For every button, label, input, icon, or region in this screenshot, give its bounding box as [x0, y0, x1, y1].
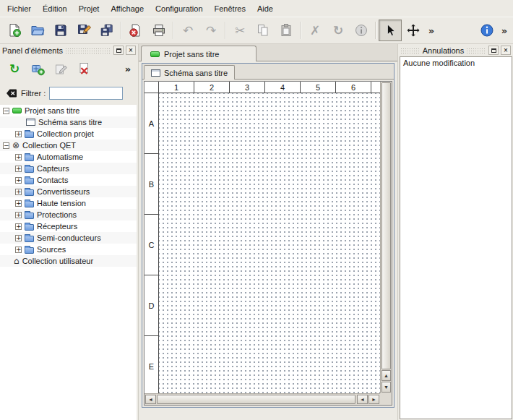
undo-dock: Annulations × Aucune modification	[397, 44, 513, 420]
toolbar-overflow-button-right[interactable]: »	[499, 20, 510, 41]
new-element-icon	[31, 62, 45, 76]
refresh-icon: ↻	[9, 63, 20, 75]
expander-plus-icon[interactable]: +	[15, 235, 22, 241]
project-tab[interactable]: Projet sans titre	[141, 46, 256, 61]
move-tool-button[interactable]	[402, 20, 425, 41]
undo-dock-titlebar[interactable]: Annulations ×	[398, 44, 513, 56]
tree-item-collection-projet[interactable]: + Collection projet	[0, 128, 137, 140]
tree-item-haute-tension[interactable]: + Haute tension	[0, 197, 137, 209]
close-icon: ×	[504, 47, 508, 54]
delete-element-button[interactable]	[74, 59, 94, 79]
panel-overflow-button[interactable]: »	[122, 59, 134, 79]
schema-canvas[interactable]	[159, 93, 380, 393]
expander-plus-icon[interactable]: +	[15, 212, 22, 218]
project-icon	[150, 51, 160, 57]
filter-input[interactable]	[49, 87, 123, 100]
delete-button[interactable]: ✗	[303, 20, 327, 41]
tree-item-collection-utilisateur[interactable]: ⌂ Collection utilisateur	[0, 255, 137, 267]
schema-icon	[26, 119, 35, 126]
tree-item-protections[interactable]: + Protections	[0, 209, 137, 220]
tree-item-capteurs[interactable]: + Capteurs	[0, 163, 137, 174]
clear-filter-button[interactable]	[5, 88, 17, 99]
scroll-right-button[interactable]: ►	[368, 395, 379, 404]
tree-item-label: Collection utilisateur	[22, 257, 93, 265]
dock-close-button[interactable]: ×	[126, 46, 136, 55]
column-header: 2	[194, 82, 230, 93]
menu-affichage[interactable]: Affichage	[105, 2, 150, 15]
expander-plus-icon[interactable]: +	[15, 177, 22, 184]
vertical-scrollbar[interactable]: ▲ ▼	[380, 82, 392, 393]
expander-minus-icon[interactable]: −	[3, 142, 9, 149]
redo-button[interactable]: ↷	[199, 20, 223, 41]
toolbar-overflow-button[interactable]: »	[425, 20, 438, 41]
chevron-overflow-icon: »	[428, 26, 434, 35]
tree-item-convertisseurs[interactable]: + Convertisseurs	[0, 186, 137, 197]
column-header: 3	[230, 82, 265, 93]
expander-plus-icon[interactable]: +	[15, 200, 22, 207]
tree-item-collection-qet[interactable]: − ⊗ Collection QET	[0, 140, 137, 151]
about-button[interactable]	[475, 20, 499, 41]
tree-item-semi-conducteurs[interactable]: + Semi-conducteurs	[0, 232, 137, 244]
info-button[interactable]	[350, 20, 373, 41]
project-child-window: Schéma sans titre 1 2 3 4	[142, 63, 395, 408]
rotate-button[interactable]: ↻	[327, 20, 350, 41]
expander-plus-icon[interactable]: +	[15, 189, 22, 195]
tree-item-label: Capteurs	[37, 164, 69, 173]
undo-button[interactable]: ↶	[176, 20, 199, 41]
horizontal-scrollbar[interactable]: ◄ ◄ ►	[145, 393, 380, 405]
dock-float-button[interactable]	[113, 46, 124, 55]
tree-item-project[interactable]: − Projet sans titre	[0, 105, 137, 116]
scroll-down-button[interactable]: ▼	[381, 382, 391, 393]
tree-item-sources[interactable]: + Sources	[0, 244, 137, 255]
expander-plus-icon[interactable]: +	[15, 223, 22, 230]
cut-icon: ✂	[235, 25, 245, 37]
open-project-button[interactable]	[26, 20, 49, 41]
folder-icon	[25, 201, 34, 207]
scroll-up-button[interactable]: ▲	[381, 370, 391, 381]
menu-projet[interactable]: Projet	[73, 2, 105, 15]
save-all-button[interactable]	[95, 20, 118, 41]
dock-grip-texture[interactable]	[65, 48, 111, 53]
schema-tab[interactable]: Schéma sans titre	[144, 65, 235, 80]
select-tool-button[interactable]	[379, 20, 402, 41]
new-file-button[interactable]	[3, 20, 26, 41]
save-as-button[interactable]	[72, 20, 95, 41]
reload-collections-button[interactable]: ↻	[4, 59, 25, 79]
dock-close-button[interactable]: ×	[501, 46, 511, 55]
menu-aide[interactable]: Aide	[251, 2, 279, 15]
print-button[interactable]	[147, 20, 171, 41]
elements-panel-titlebar[interactable]: Panel d'éléments ×	[0, 44, 138, 56]
scroll-left-button[interactable]: ◄	[145, 395, 156, 404]
paste-button[interactable]	[275, 20, 298, 41]
expander-plus-icon[interactable]: +	[15, 154, 22, 160]
tree-item-schema[interactable]: Schéma sans titre	[0, 116, 137, 128]
tree-item-contacts[interactable]: + Contacts	[0, 174, 137, 186]
schema-icon	[151, 69, 160, 77]
undo-history-list[interactable]: Aucune modification	[400, 56, 512, 419]
close-project-button[interactable]	[124, 20, 147, 41]
expander-plus-icon[interactable]: +	[15, 247, 22, 253]
scroll-left-button-2[interactable]: ◄	[357, 395, 368, 404]
chevron-overflow-icon: »	[125, 64, 131, 74]
horizontal-scrollbar-thumb[interactable]	[157, 395, 355, 404]
edit-element-button[interactable]	[51, 59, 71, 79]
expander-plus-icon[interactable]: +	[15, 131, 22, 137]
dock-grip-texture[interactable]	[400, 48, 421, 53]
save-button[interactable]	[49, 20, 72, 41]
cut-button[interactable]: ✂	[228, 20, 251, 41]
new-element-button[interactable]	[27, 59, 48, 79]
menu-fenetres[interactable]: Fenêtres	[209, 2, 251, 15]
tree-item-recepteurs[interactable]: + Récepteurs	[0, 220, 137, 232]
menu-configuration[interactable]: Configuration	[150, 2, 208, 15]
expander-minus-icon[interactable]: −	[3, 108, 9, 114]
dock-grip-texture[interactable]	[466, 48, 486, 53]
copy-button[interactable]	[251, 20, 275, 41]
menu-fichier[interactable]: Fichier	[1, 2, 37, 15]
tree-item-automatisme[interactable]: + Automatisme	[0, 151, 137, 163]
dock-float-button[interactable]	[488, 46, 499, 55]
menu-edition[interactable]: Édition	[37, 2, 73, 15]
vertical-scrollbar-thumb[interactable]	[381, 82, 391, 369]
folder-icon	[25, 166, 34, 173]
expander-plus-icon[interactable]: +	[15, 166, 22, 172]
tree-item-label: Schéma sans titre	[38, 118, 102, 127]
